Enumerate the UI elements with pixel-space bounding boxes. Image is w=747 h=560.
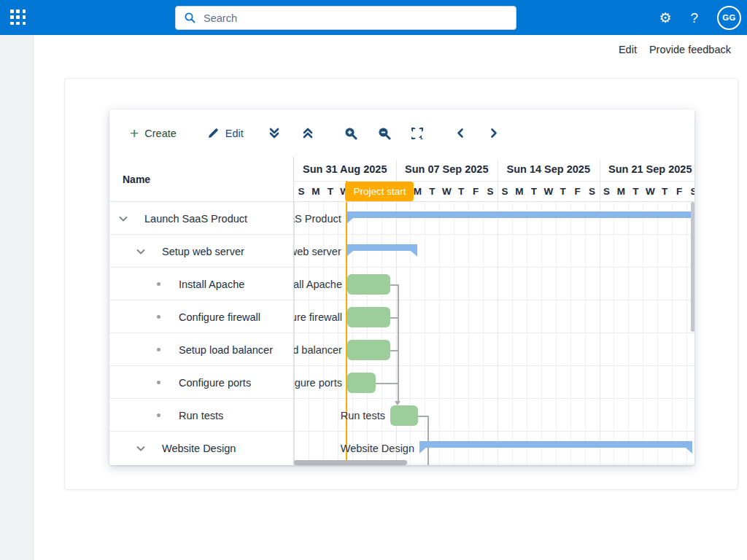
search-box[interactable] — [175, 6, 516, 30]
chevron-down-icon[interactable] — [118, 214, 128, 224]
vertical-scrollbar[interactable] — [691, 202, 694, 332]
grid-line-day — [686, 202, 687, 465]
day-letter: T — [556, 181, 570, 202]
task-row[interactable]: Website Design — [109, 432, 294, 464]
row-separator — [109, 267, 294, 268]
bar-label: Run tests — [341, 399, 385, 432]
app-switcher-icon[interactable] — [10, 9, 26, 26]
timeline-pane: Sun 31 Aug 2025Sun 07 Sep 2025Sun 14 Sep… — [294, 157, 694, 465]
day-letter: M — [614, 181, 628, 202]
zoom-to-fit-button[interactable] — [407, 123, 427, 144]
header-divider — [109, 201, 694, 202]
day-letter: T — [454, 181, 468, 202]
summary-bar[interactable] — [347, 211, 694, 218]
day-letter: W — [643, 181, 657, 202]
grid-line-day — [439, 202, 440, 465]
provide-feedback-link[interactable]: Provide feedback — [649, 44, 731, 55]
help-icon[interactable]: ? — [690, 11, 698, 25]
day-letter: W — [541, 181, 556, 202]
grid-line-day — [614, 202, 614, 465]
summary-bar-end-cap — [411, 251, 417, 257]
zoom-in-button[interactable] — [341, 123, 361, 144]
day-letter: T — [527, 181, 541, 202]
summary-bar-start-cap — [419, 448, 426, 454]
day-letter: F — [468, 181, 483, 202]
day-letter: T — [323, 181, 338, 202]
summary-bar[interactable] — [347, 244, 418, 251]
day-letter: S — [294, 181, 309, 202]
day-letter: T — [425, 181, 439, 202]
grid-line-row — [294, 332, 694, 333]
task-bar[interactable] — [347, 274, 390, 295]
grid-line-day — [498, 202, 498, 465]
double-chevron-up-icon — [302, 127, 314, 139]
create-button-label: Create — [144, 128, 177, 139]
zoom-out-icon — [378, 127, 391, 140]
week-header: Sun 07 Sep 2025 — [396, 157, 498, 181]
grid-line-day — [483, 202, 484, 465]
task-row[interactable]: Setup web server — [109, 235, 294, 268]
collapse-all-button[interactable] — [298, 123, 318, 144]
task-row[interactable]: Launch SaaS Product — [109, 202, 294, 235]
avatar[interactable]: GG — [717, 6, 741, 30]
edit-button[interactable]: Edit — [207, 127, 244, 139]
chevron-left-icon — [455, 128, 465, 139]
summary-bar-start-cap — [347, 218, 353, 224]
grid-line-day — [657, 202, 658, 465]
zoom-out-button[interactable] — [374, 123, 395, 144]
task-name: Configure ports — [179, 366, 251, 399]
expand-all-button[interactable] — [264, 123, 285, 144]
search-input[interactable] — [204, 12, 481, 24]
task-bar[interactable] — [390, 405, 418, 426]
task-name-column: Name Launch SaaS ProductSetup web server… — [109, 157, 294, 465]
task-row[interactable]: Configure firewall — [109, 300, 294, 333]
row-separator — [109, 234, 294, 235]
zoom-in-icon — [344, 127, 357, 140]
top-navigation-bar: ⚙ ? GG — [0, 0, 747, 35]
task-row[interactable]: Run tests — [109, 399, 294, 432]
day-letter: T — [657, 181, 672, 202]
day-letter: S — [585, 181, 600, 202]
grid-line-day — [468, 202, 469, 465]
grid-line-day — [570, 202, 571, 465]
search-icon — [184, 12, 196, 24]
gantt-panel: + Create Edit — [109, 109, 694, 465]
day-letter: F — [570, 181, 585, 202]
create-button[interactable]: + Create — [130, 125, 177, 141]
chevron-down-icon[interactable] — [136, 246, 146, 257]
edit-link[interactable]: Edit — [619, 44, 637, 55]
grid-line-day — [527, 202, 527, 465]
name-column-header: Name — [123, 157, 150, 202]
bar-label: Launch SaaS Product — [294, 202, 341, 235]
bar-label: Configure ports — [294, 366, 342, 399]
bar-label: Install Apache — [294, 268, 342, 300]
task-row[interactable]: Setup load balancer — [109, 333, 294, 366]
double-chevron-down-icon — [268, 127, 280, 139]
day-letter: S — [600, 181, 614, 202]
plus-icon: + — [130, 125, 139, 141]
dependency-line — [376, 383, 398, 384]
scroll-left-button[interactable] — [450, 123, 471, 144]
task-bar[interactable] — [347, 307, 390, 327]
grid-line-day — [556, 202, 557, 465]
grid-line-day — [672, 202, 673, 465]
dependency-line — [398, 284, 399, 401]
settings-gear-icon[interactable]: ⚙ — [659, 11, 671, 25]
bullet-icon — [157, 348, 160, 351]
chevron-down-icon[interactable] — [136, 443, 146, 454]
grid-line-row — [294, 267, 694, 268]
grid-line-day — [425, 202, 425, 465]
task-name: Setup web server — [162, 235, 244, 268]
dependency-line — [418, 416, 428, 417]
summary-bar[interactable] — [419, 441, 692, 448]
day-letter: S — [686, 181, 694, 202]
task-row[interactable]: Install Apache — [109, 268, 294, 300]
day-letter: S — [498, 181, 512, 202]
task-bar[interactable] — [347, 373, 376, 393]
scroll-right-button[interactable] — [484, 123, 504, 144]
grid-line-day — [512, 202, 513, 465]
task-bar[interactable] — [347, 340, 390, 360]
horizontal-scrollbar[interactable] — [294, 460, 407, 465]
task-row[interactable]: Configure ports — [109, 366, 294, 399]
task-name: Configure firewall — [179, 300, 260, 333]
